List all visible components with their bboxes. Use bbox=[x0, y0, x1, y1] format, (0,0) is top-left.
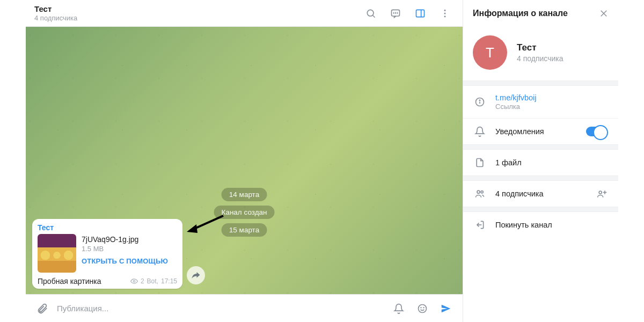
notifications-toggle[interactable] bbox=[586, 127, 608, 136]
notifications-label: Уведомления bbox=[495, 127, 544, 136]
file-icon bbox=[474, 157, 486, 168]
file-message[interactable]: Тест 7jUVaq9O-1g.jpg 1.5 MB ОТКРЫТЬ С ПО… bbox=[32, 219, 182, 289]
svg-point-22 bbox=[477, 191, 480, 193]
composer-input[interactable] bbox=[57, 304, 384, 313]
search-icon[interactable] bbox=[362, 4, 380, 23]
svg-point-23 bbox=[481, 191, 483, 193]
sidebar-separator bbox=[463, 80, 618, 86]
leave-icon bbox=[474, 219, 486, 230]
svg-point-21 bbox=[479, 100, 480, 100]
share-button[interactable] bbox=[187, 266, 205, 284]
eye-icon bbox=[130, 277, 138, 285]
date-pill: 15 марта bbox=[222, 223, 267, 237]
chat-header: Тест 4 подписчика bbox=[26, 0, 463, 27]
sidebar-toggle-icon[interactable] bbox=[411, 4, 429, 23]
chat-body: 14 марта Канал создан 15 марта Тест 7jUV… bbox=[26, 27, 463, 294]
svg-point-26 bbox=[599, 191, 602, 194]
leave-channel-row[interactable]: Покинуть канал bbox=[463, 212, 618, 238]
composer bbox=[26, 294, 463, 322]
svg-point-10 bbox=[444, 16, 446, 17]
channel-hero[interactable]: Т Тест 4 подписчика bbox=[463, 27, 618, 80]
more-menu-icon[interactable] bbox=[436, 4, 454, 23]
add-member-icon[interactable] bbox=[597, 188, 608, 199]
file-thumbnail[interactable] bbox=[38, 234, 76, 273]
close-icon[interactable] bbox=[599, 9, 609, 18]
sidebar-separator bbox=[463, 207, 618, 212]
chat-header-titles[interactable]: Тест 4 подписчика bbox=[34, 4, 362, 22]
annotation-arrow bbox=[187, 214, 224, 235]
leave-label: Покинуть канал bbox=[495, 221, 552, 229]
channel-link[interactable]: t.me/kjfvboij bbox=[495, 93, 537, 102]
info-sidebar: Информация о канале Т Тест 4 подписчика … bbox=[463, 0, 618, 322]
info-icon bbox=[474, 97, 486, 107]
channel-hero-text: Тест 4 подписчика bbox=[517, 42, 563, 63]
header-actions bbox=[362, 4, 454, 23]
svg-point-11 bbox=[133, 280, 135, 282]
message-time: 17:15 bbox=[161, 277, 177, 285]
bell-icon bbox=[474, 126, 486, 137]
svg-point-14 bbox=[419, 304, 427, 312]
svg-point-8 bbox=[444, 9, 446, 11]
svg-point-15 bbox=[421, 307, 421, 308]
message-meta: 2 Bot, 17:15 bbox=[130, 277, 177, 285]
sidebar-separator bbox=[463, 175, 618, 181]
sidebar-title: Информация о канале bbox=[473, 9, 568, 18]
channel-avatar: Т bbox=[473, 35, 507, 70]
files-row[interactable]: 1 файл bbox=[463, 150, 618, 175]
channel-name: Тест bbox=[517, 42, 563, 53]
link-label: Ссылка bbox=[495, 103, 537, 111]
comments-icon[interactable] bbox=[386, 4, 405, 23]
svg-rect-6 bbox=[416, 10, 425, 17]
svg-point-9 bbox=[444, 12, 446, 14]
mute-icon[interactable] bbox=[390, 299, 408, 318]
date-pill: 14 марта bbox=[222, 188, 267, 201]
svg-point-0 bbox=[367, 10, 374, 16]
attach-icon[interactable] bbox=[33, 299, 52, 318]
message-author: Bot, bbox=[147, 277, 158, 285]
link-col: t.me/kjfvboij Ссылка bbox=[495, 93, 537, 111]
members-icon bbox=[474, 188, 486, 199]
channel-subscribers: 4 подписчика bbox=[517, 54, 563, 63]
chat-subscribers: 4 подписчика bbox=[34, 14, 362, 22]
outer-left-gutter bbox=[0, 0, 26, 322]
file-info: 7jUVaq9O-1g.jpg 1.5 MB ОТКРЫТЬ С ПОМОЩЬЮ bbox=[82, 234, 168, 265]
svg-line-1 bbox=[373, 15, 375, 17]
files-label: 1 файл bbox=[495, 158, 522, 167]
sidebar-header: Информация о канале bbox=[463, 0, 618, 27]
message-caption: Пробная картинка bbox=[38, 277, 101, 286]
file-size: 1.5 MB bbox=[82, 245, 168, 253]
file-name: 7jUVaq9O-1g.jpg bbox=[82, 235, 168, 244]
members-label: 4 подписчика bbox=[495, 189, 544, 198]
channel-link-row[interactable]: t.me/kjfvboij Ссылка bbox=[463, 86, 618, 118]
chat-title: Тест bbox=[34, 4, 362, 13]
message-sender[interactable]: Тест bbox=[38, 223, 177, 232]
chat-main: Тест 4 подписчика 14 марта Канал создан … bbox=[26, 0, 463, 322]
notifications-row[interactable]: Уведомления bbox=[463, 118, 618, 144]
message-bottom: Пробная картинка 2 Bot, 17:15 bbox=[38, 277, 177, 286]
members-row[interactable]: 4 подписчика bbox=[463, 181, 618, 207]
sidebar-separator bbox=[463, 144, 618, 150]
open-with-button[interactable]: ОТКРЫТЬ С ПОМОЩЬЮ bbox=[82, 257, 168, 265]
emoji-icon[interactable] bbox=[413, 299, 431, 318]
file-attachment[interactable]: 7jUVaq9O-1g.jpg 1.5 MB ОТКРЫТЬ С ПОМОЩЬЮ bbox=[38, 234, 177, 273]
outer-right-gutter bbox=[618, 0, 644, 322]
view-count: 2 bbox=[141, 277, 144, 285]
send-icon[interactable] bbox=[437, 299, 455, 318]
svg-marker-13 bbox=[187, 224, 197, 233]
svg-point-16 bbox=[423, 307, 424, 308]
